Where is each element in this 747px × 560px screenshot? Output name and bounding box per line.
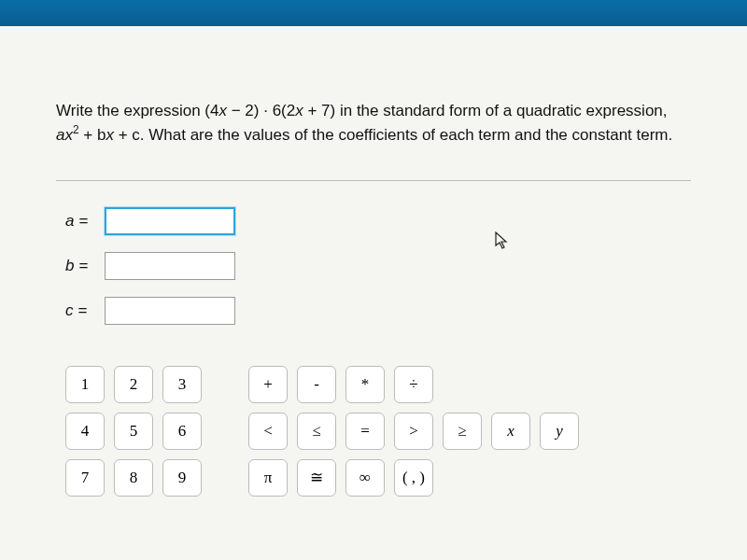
window-titlebar bbox=[0, 0, 747, 26]
key-infty[interactable]: ∞ bbox=[345, 459, 385, 497]
keypad-area: 1 2 3 4 5 6 7 8 9 + - * ÷ < ≤ = > ≥ x y bbox=[65, 366, 691, 497]
key-ge[interactable]: ≥ bbox=[443, 413, 482, 450]
number-keypad: 1 2 3 4 5 6 7 8 9 bbox=[65, 366, 202, 497]
key-3[interactable]: 3 bbox=[162, 366, 202, 403]
key-2[interactable]: 2 bbox=[114, 366, 153, 403]
key-minus[interactable]: - bbox=[297, 366, 336, 403]
label-a: a = bbox=[65, 212, 105, 231]
answer-row-c: c = bbox=[65, 297, 691, 325]
key-y[interactable]: y bbox=[540, 413, 579, 450]
key-1[interactable]: 1 bbox=[65, 366, 105, 403]
input-c[interactable] bbox=[105, 297, 235, 325]
key-6[interactable]: 6 bbox=[162, 413, 202, 450]
key-9[interactable]: 9 bbox=[162, 459, 202, 497]
key-gt[interactable]: > bbox=[394, 413, 433, 450]
key-multiply[interactable]: * bbox=[345, 366, 385, 403]
label-c: c = bbox=[65, 301, 105, 320]
key-pi[interactable]: π bbox=[248, 459, 288, 497]
answer-row-a: a = bbox=[65, 207, 691, 235]
key-plus[interactable]: + bbox=[248, 366, 288, 403]
key-eq[interactable]: = bbox=[345, 413, 385, 450]
question-text: Write the expression (4x − 2) · 6(2x + 7… bbox=[56, 101, 691, 147]
key-x[interactable]: x bbox=[491, 413, 530, 450]
key-4[interactable]: 4 bbox=[65, 413, 105, 450]
key-5[interactable]: 5 bbox=[114, 413, 153, 450]
key-divide[interactable]: ÷ bbox=[394, 366, 433, 403]
key-parens[interactable]: ( , ) bbox=[394, 459, 433, 497]
answer-row-b: b = bbox=[65, 252, 691, 280]
content-area: Write the expression (4x − 2) · 6(2x + 7… bbox=[0, 26, 747, 497]
divider bbox=[56, 180, 691, 181]
key-lt[interactable]: < bbox=[248, 413, 288, 450]
key-cong[interactable]: ≅ bbox=[297, 459, 336, 497]
answer-block: a = b = c = bbox=[65, 207, 691, 325]
key-8[interactable]: 8 bbox=[114, 459, 153, 497]
operator-keypad: + - * ÷ < ≤ = > ≥ x y π ≅ ∞ ( , ) bbox=[248, 366, 627, 497]
input-a[interactable] bbox=[105, 207, 235, 235]
label-b: b = bbox=[65, 257, 105, 275]
input-b[interactable] bbox=[105, 252, 235, 280]
key-7[interactable]: 7 bbox=[65, 459, 105, 497]
key-le[interactable]: ≤ bbox=[297, 413, 336, 450]
